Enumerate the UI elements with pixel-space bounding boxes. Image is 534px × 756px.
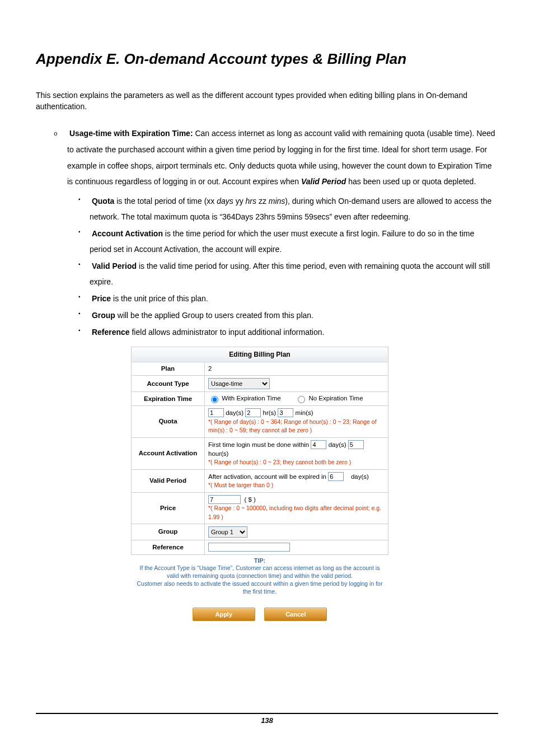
sub-quota-strong: Quota xyxy=(92,197,114,206)
intro-paragraph: This section explains the parameters as … xyxy=(36,90,498,112)
valid-hint: *( Must be larger than 0 ) xyxy=(208,482,273,488)
row-activation-label: Account Activation xyxy=(132,438,205,470)
sub-quota-a: is the total period of time (xx xyxy=(114,197,217,206)
billing-heading: Editing Billing Plan xyxy=(132,347,388,362)
page-title: Appendix E. On-demand Account types & Bi… xyxy=(36,50,498,68)
sub-price-text: is the unit price of this plan. xyxy=(111,294,208,303)
row-expiration-label: Expiration Time xyxy=(132,392,205,406)
activation-day-unit: day(s) xyxy=(329,441,346,448)
activation-text-a: First time login must be done within xyxy=(208,441,311,448)
sub-bullet-activation: Account Activation is the time period fo… xyxy=(90,226,498,257)
quota-min-input[interactable] xyxy=(278,408,293,417)
activation-hour-unit: hour(s) xyxy=(208,450,228,457)
sub-group-text: will be the applied Group to users creat… xyxy=(115,311,313,320)
row-reference-label: Reference xyxy=(132,540,205,555)
sub-quota-i1: days xyxy=(217,197,233,206)
sub-bullet-quota: Quota is the total period of time (xx da… xyxy=(90,193,498,225)
row-valid-label: Valid Period xyxy=(132,469,205,492)
tip-heading: TIP: xyxy=(131,557,388,564)
activation-hint: *( Range of hour(s) : 0 ~ 23; they canno… xyxy=(208,459,351,465)
sub-quota-b2: zz xyxy=(256,197,269,206)
quota-hr-unit: hr(s) xyxy=(263,409,277,416)
account-type-select[interactable]: Usage-time xyxy=(208,378,270,389)
quota-day-unit: day(s) xyxy=(226,409,243,416)
apply-button[interactable]: Apply xyxy=(193,608,255,621)
row-plan-label: Plan xyxy=(132,362,205,376)
valid-text-a: After activation, account will be expire… xyxy=(208,473,328,480)
main-bullet: Usage-time with Expiration Time: Can acc… xyxy=(67,125,498,340)
sub-bullet-reference: Reference field allows administrator to … xyxy=(90,324,498,340)
quota-min-unit: min(s) xyxy=(296,409,313,416)
quota-hint: *( Range of day(s) : 0 ~ 364; Range of h… xyxy=(208,418,377,434)
reference-input[interactable] xyxy=(208,543,290,552)
sub-group-strong: Group xyxy=(92,311,115,320)
row-account-type-label: Account Type xyxy=(132,376,205,392)
valid-day-unit: day(s) xyxy=(351,473,369,480)
tip-line-2: Customer also needs to activate the issu… xyxy=(137,580,383,595)
row-price-label: Price xyxy=(132,492,205,524)
main-bullet-text-b: has been used up or quota depleted. xyxy=(346,177,476,186)
sub-bullet-valid: Valid Period is the valid time period fo… xyxy=(90,258,498,290)
sub-ref-strong: Reference xyxy=(92,328,130,337)
sub-quota-i2: hrs xyxy=(246,197,256,206)
cancel-button[interactable]: Cancel xyxy=(264,608,327,621)
sub-bullet-group: Group will be the applied Group to users… xyxy=(90,307,498,323)
row-plan-value: 2 xyxy=(205,362,388,376)
sub-ref-text: field allows administrator to input addi… xyxy=(130,328,325,337)
sub-valid-strong: Valid Period xyxy=(92,262,137,270)
price-input[interactable] xyxy=(208,495,241,504)
price-hint: *( Range : 0 ~ 100000, including two dig… xyxy=(208,505,381,520)
row-quota-label: Quota xyxy=(132,406,205,438)
price-currency: ( $ ) xyxy=(244,496,255,503)
valid-day-input[interactable] xyxy=(328,472,344,481)
sub-price-strong: Price xyxy=(92,294,111,303)
sub-act-strong: Account Activation xyxy=(92,229,163,238)
radio-no-label: No Expiration Time xyxy=(308,395,363,402)
sub-valid-text: is the valid time period for using. Afte… xyxy=(90,262,490,286)
billing-panel: Editing Billing Plan Plan 2 Account Type… xyxy=(131,347,388,621)
group-select[interactable]: Group 1 xyxy=(208,526,247,538)
page-number: 138 xyxy=(36,713,498,725)
quota-hr-input[interactable] xyxy=(245,408,261,417)
radio-no-expiration[interactable]: No Expiration Time xyxy=(295,395,363,402)
sub-quota-i3: mins xyxy=(269,197,285,206)
activation-hour-input[interactable] xyxy=(348,440,364,449)
row-group-label: Group xyxy=(132,524,205,540)
main-bullet-emph: Valid Period xyxy=(301,177,346,186)
tip-line-1: If the Account Type is “Usage Time”, Cus… xyxy=(137,564,383,580)
radio-with-expiration[interactable]: With Expiration Time xyxy=(208,395,281,402)
activation-day-input[interactable] xyxy=(311,440,326,449)
sub-quota-b1: yy xyxy=(233,197,246,206)
radio-with-label: With Expiration Time xyxy=(222,395,280,402)
quota-day-input[interactable] xyxy=(208,408,224,417)
sub-bullet-price: Price is the unit price of this plan. xyxy=(90,291,498,306)
main-bullet-strong: Usage-time with Expiration Time: xyxy=(69,129,193,138)
